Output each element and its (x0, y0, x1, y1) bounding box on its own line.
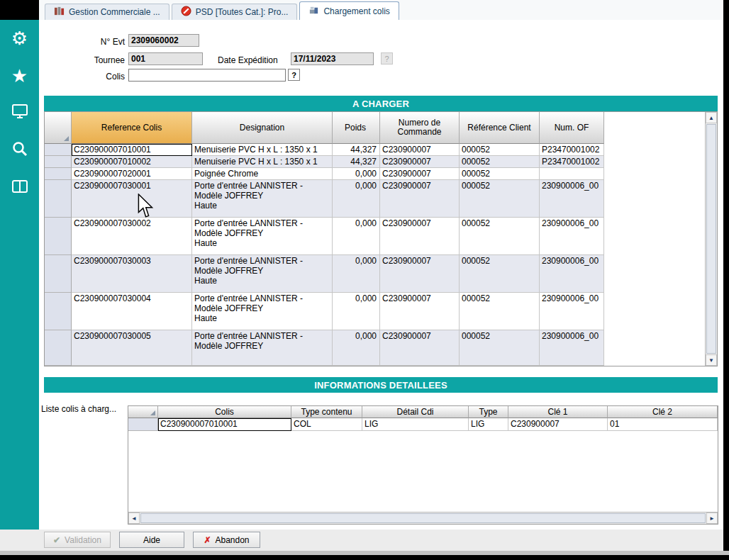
cell-designation[interactable]: Menuiserie PVC H x L : 1350 x 1 (192, 144, 333, 156)
col-header-colis[interactable]: Colis (158, 406, 291, 418)
sidebar-item-modules[interactable] (9, 177, 31, 200)
cell-commande[interactable]: C230900007 (380, 180, 460, 218)
col-header-reference-client[interactable]: Référence Client (460, 112, 540, 144)
cell-designation[interactable]: Porte d'entrée LANNISTER - Modèle JOFFRE… (192, 180, 333, 218)
cell-designation[interactable]: Poignée Chrome (192, 168, 333, 180)
cell-num-of[interactable]: 230900006_00 (540, 180, 604, 218)
cell-poids[interactable]: 0,000 (333, 293, 380, 330)
scroll-up-button[interactable]: ▲ (706, 112, 717, 123)
cell-num-of[interactable]: P23470001002 (540, 144, 604, 156)
cell-commande[interactable]: C230900007 (380, 255, 460, 293)
details-select-corner[interactable] (128, 406, 158, 418)
cell-client[interactable]: 000052 (460, 168, 540, 180)
cell-poids[interactable]: 0,000 (333, 255, 380, 293)
sidebar-item-settings[interactable]: ⚙ (9, 27, 31, 50)
scrollbar-thumb[interactable] (706, 124, 716, 354)
col-header-cle1[interactable]: Clé 1 (508, 406, 608, 418)
cell-reference[interactable]: C230900007020001 (72, 168, 192, 180)
cell-commande[interactable]: C230900007 (380, 218, 460, 255)
cell-detail-cdi[interactable]: LIG (362, 418, 469, 431)
row-selector[interactable] (45, 293, 72, 330)
sidebar-item-workstation[interactable] (9, 102, 31, 125)
cell-type[interactable]: LIG (469, 418, 508, 431)
cell-designation[interactable]: Porte d'entrée LANNISTER - Modèle JOFFRE… (192, 330, 333, 366)
table-row[interactable]: C230900007030005 Porte d'entrée LANNISTE… (45, 330, 705, 366)
cell-client[interactable]: 000052 (460, 255, 540, 293)
cell-client[interactable]: 000052 (460, 180, 540, 218)
sidebar-item-favorites[interactable]: ★ (9, 65, 31, 87)
col-header-type-contenu[interactable]: Type contenu (291, 406, 362, 418)
cell-poids[interactable]: 0,000 (333, 218, 380, 255)
table-row[interactable]: C230900007030003 Porte d'entrée LANNISTE… (45, 255, 705, 293)
scroll-down-button[interactable]: ▼ (706, 354, 717, 366)
table-row[interactable]: C230900007010001 Menuiserie PVC H x L : … (45, 144, 705, 156)
cell-commande[interactable]: C230900007 (380, 144, 460, 156)
cell-reference[interactable]: C230900007010001 (72, 144, 192, 156)
validation-button[interactable]: ✔ Validation (44, 532, 111, 548)
cell-num-of[interactable]: P23470001002 (540, 156, 604, 168)
cell-poids[interactable]: 44,327 (333, 144, 380, 156)
cell-designation[interactable]: Porte d'entrée LANNISTER - Modèle JOFFRE… (192, 255, 333, 293)
cell-num-of[interactable]: 230900006_00 (540, 255, 604, 293)
date-help-button[interactable]: ? (381, 52, 393, 65)
cell-reference[interactable]: C230900007030002 (72, 218, 192, 255)
scroll-right-button[interactable]: ► (706, 513, 718, 524)
cell-poids[interactable]: 0,000 (333, 330, 380, 366)
cell-colis[interactable]: C230900007010001 (158, 418, 291, 431)
row-selector[interactable] (45, 144, 72, 156)
row-selector[interactable] (45, 255, 72, 293)
col-header-poids[interactable]: Poids (333, 112, 380, 144)
cell-reference[interactable]: C230900007010002 (72, 156, 192, 168)
cell-num-of[interactable]: 230900006_00 (540, 218, 604, 255)
row-selector[interactable] (45, 168, 72, 180)
tab-chargement-colis[interactable]: Chargement colis (299, 1, 399, 20)
abandon-button[interactable]: ✗ Abandon (193, 532, 260, 548)
cell-reference[interactable]: C230900007030001 (72, 180, 192, 218)
table-row[interactable]: C230900007010002 Menuiserie PVC H x L : … (45, 156, 705, 168)
cell-num-of[interactable]: 230900006_00 (540, 330, 604, 366)
cell-reference[interactable]: C230900007030003 (72, 255, 192, 293)
aide-button[interactable]: Aide (119, 532, 184, 548)
cell-poids[interactable]: 44,327 (333, 156, 380, 168)
cell-cle1[interactable]: C230900007 (508, 418, 608, 431)
colis-help-button[interactable]: ? (288, 69, 300, 81)
select-all-corner[interactable] (45, 112, 72, 144)
horizontal-scrollbar[interactable]: ◄ ► (128, 512, 718, 524)
col-header-cle2[interactable]: Clé 2 (608, 406, 718, 418)
scrollbar-track[interactable] (140, 513, 706, 524)
cell-num-of[interactable]: 230900006_00 (540, 293, 604, 330)
tab-gestion-commerciale[interactable]: Gestion Commerciale ... (45, 4, 169, 20)
row-selector[interactable] (128, 418, 158, 431)
row-selector[interactable] (45, 180, 72, 218)
cell-designation[interactable]: Porte d'entrée LANNISTER - Modèle JOFFRE… (192, 293, 333, 330)
cell-client[interactable]: 000052 (460, 218, 540, 255)
cell-client[interactable]: 000052 (460, 330, 540, 366)
table-row[interactable]: C230900007030002 Porte d'entrée LANNISTE… (45, 218, 705, 255)
scrollbar-thumb[interactable] (140, 513, 706, 523)
cell-poids[interactable]: 0,000 (333, 168, 380, 180)
col-header-reference-colis[interactable]: Reference Colis (72, 112, 192, 144)
cell-client[interactable]: 000052 (460, 293, 540, 330)
col-header-designation[interactable]: Designation (192, 112, 333, 144)
row-selector[interactable] (45, 156, 72, 168)
col-header-detail-cdi[interactable]: Détail Cdi (362, 406, 469, 418)
cell-cle2[interactable]: 01 (608, 418, 718, 431)
cell-commande[interactable]: C230900007 (380, 168, 460, 180)
cell-reference[interactable]: C230900007030005 (72, 330, 192, 366)
cell-reference[interactable]: C230900007030004 (72, 293, 192, 330)
cell-designation[interactable]: Porte d'entrée LANNISTER - Modèle JOFFRE… (192, 218, 333, 255)
col-header-num-of[interactable]: Num. OF (540, 112, 604, 144)
scrollbar-track[interactable] (706, 123, 717, 354)
cell-client[interactable]: 000052 (460, 144, 540, 156)
scroll-left-button[interactable]: ◄ (128, 513, 140, 524)
row-selector[interactable] (45, 330, 72, 366)
cell-type-contenu[interactable]: COL (291, 418, 362, 431)
cell-commande[interactable]: C230900007 (380, 330, 460, 366)
table-row[interactable]: C230900007030004 Porte d'entrée LANNISTE… (45, 293, 705, 330)
col-header-numero-commande[interactable]: Numero de Commande (380, 112, 460, 144)
table-row[interactable]: C230900007030001 Porte d'entrée LANNISTE… (45, 180, 705, 218)
cell-designation[interactable]: Menuiserie PVC H x L : 1350 x 1 (192, 156, 333, 168)
table-row[interactable]: C230900007020001 Poignée Chrome 0,000 C2… (45, 168, 705, 180)
row-selector[interactable] (45, 218, 72, 255)
cell-poids[interactable]: 0,000 (333, 180, 380, 218)
